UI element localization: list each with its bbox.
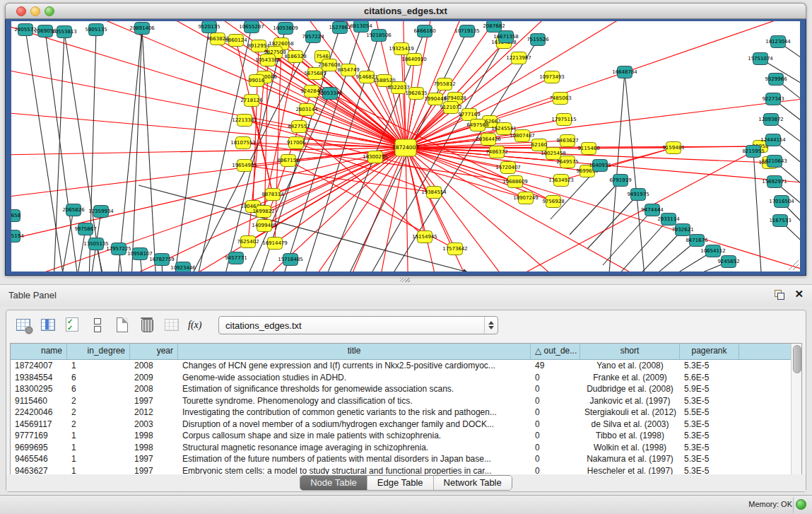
- graph-node[interactable]: 19218506: [366, 30, 392, 42]
- graph-edge[interactable]: [11, 21, 406, 148]
- scrollbar-thumb[interactable]: [793, 345, 801, 373]
- show-columns-icon[interactable]: [40, 317, 58, 334]
- delete-table-icon[interactable]: [139, 317, 157, 334]
- graph-edge[interactable]: [61, 210, 73, 271]
- graph-node[interactable]: 1962635: [405, 88, 427, 100]
- graph-node[interactable]: 10958107: [127, 248, 153, 260]
- graph-node[interactable]: 16914479: [262, 238, 288, 250]
- citation-network-graph[interactable]: 1872400776638229860124891295418226058982…: [11, 21, 800, 271]
- graph-edge[interactable]: [117, 28, 142, 271]
- graph-node[interactable]: 10655287: [239, 21, 264, 33]
- graph-node[interactable]: 2065826: [62, 204, 85, 216]
- select-columns-icon[interactable]: ✓✓: [64, 317, 83, 334]
- splitter-grip-icon[interactable]: [400, 278, 410, 282]
- graph-node[interactable]: 7515526: [526, 34, 549, 46]
- graph-node[interactable]: 8186328: [284, 51, 306, 63]
- graph-node[interactable]: 16782759: [149, 254, 175, 266]
- graph-edge[interactable]: [632, 230, 683, 271]
- graph-edge[interactable]: [11, 21, 406, 148]
- table-selector-dropdown[interactable]: citations_edges.txt: [218, 316, 498, 334]
- graph-node[interactable]: 917006: [287, 137, 306, 149]
- network-canvas[interactable]: 1872400776638229860124891295418226058982…: [11, 21, 800, 271]
- graph-node[interactable]: 9463627: [556, 135, 578, 147]
- graph-node[interactable]: 17975115: [551, 114, 577, 126]
- graph-node[interactable]: 20658: [11, 210, 20, 222]
- graph-node[interactable]: 10553813: [52, 26, 77, 38]
- graph-edge[interactable]: [139, 185, 468, 271]
- graph-node[interactable]: 8471676: [686, 235, 708, 247]
- graph-edge[interactable]: [54, 32, 64, 271]
- graph-edge[interactable]: [11, 21, 406, 148]
- graph-edge[interactable]: [275, 52, 406, 148]
- graph-node[interactable]: 7485063: [549, 93, 571, 105]
- column-header-year[interactable]: year: [130, 344, 178, 359]
- graph-edge[interactable]: [11, 148, 406, 255]
- graph-edge[interactable]: [142, 28, 156, 271]
- graph-node[interactable]: 7932621: [671, 224, 693, 236]
- table-row[interactable]: 1872400712008Changes of HCN gene express…: [11, 360, 801, 372]
- row-height-icon[interactable]: [89, 317, 107, 334]
- graph-node[interactable]: 8454749: [337, 64, 359, 76]
- graph-node[interactable]: 9474444: [641, 204, 664, 216]
- table-row[interactable]: 946554611997Estimation of the future num…: [11, 453, 801, 465]
- column-header-indegree[interactable]: in_degree: [67, 344, 130, 359]
- graph-node[interactable]: 6791919: [609, 175, 631, 187]
- graph-node[interactable]: 2718126: [240, 95, 263, 107]
- graph-node[interactable]: 15692971: [762, 176, 787, 188]
- graph-node[interactable]: 5905135: [85, 24, 107, 36]
- column-header-title[interactable]: title: [178, 344, 531, 359]
- graph-node[interactable]: 18907249: [513, 192, 539, 204]
- float-panel-icon[interactable]: [775, 290, 785, 300]
- graph-edge[interactable]: [406, 59, 414, 148]
- table-row[interactable]: 2242004622012Investigating the contribut…: [11, 407, 801, 419]
- graph-node[interactable]: 9245652: [717, 256, 739, 268]
- graph-node[interactable]: 15751074: [748, 53, 773, 65]
- graph-node[interactable]: 12213967: [506, 52, 531, 64]
- graph-node[interactable]: 10719135: [454, 25, 480, 37]
- graph-edge[interactable]: [587, 194, 638, 249]
- graph-node[interactable]: 10688609: [502, 176, 528, 188]
- graph-node[interactable]: 6466160: [413, 25, 435, 37]
- graph-node[interactable]: 9491975: [627, 189, 649, 201]
- table-row[interactable]: 1938455462009Genome-wide association stu…: [11, 372, 801, 384]
- graph-edge[interactable]: [11, 21, 406, 148]
- graph-edge[interactable]: [608, 72, 625, 271]
- vertical-scrollbar[interactable]: [791, 344, 801, 475]
- graph-node[interactable]: 62160: [531, 139, 547, 151]
- graph-node[interactable]: 9329966: [765, 74, 787, 86]
- graph-node[interactable]: 17016504: [769, 196, 794, 208]
- table-row[interactable]: 1830029562008Estimation of significance …: [11, 383, 801, 395]
- graph-node[interactable]: 13634923: [548, 175, 574, 187]
- graph-node[interactable]: 7857224: [302, 31, 324, 43]
- graph-node[interactable]: 18123044: [765, 36, 791, 48]
- graph-node-hub[interactable]: 18724007: [392, 139, 419, 156]
- table-row[interactable]: 969969511998Structural magnetic resonanc…: [11, 442, 801, 454]
- graph-node[interactable]: 19325419: [389, 43, 414, 55]
- graph-node[interactable]: 1167533: [769, 215, 791, 227]
- graph-node[interactable]: 99016: [249, 75, 265, 87]
- horizontal-splitter[interactable]: [0, 276, 812, 284]
- graph-node[interactable]: 7955812: [433, 78, 455, 90]
- table-row[interactable]: 911546021997Tourette syndrome. Phenomeno…: [11, 395, 801, 407]
- column-header-name[interactable]: name: [11, 344, 67, 359]
- table-row[interactable]: 1456911722003Disruption of a novel membe…: [11, 419, 801, 431]
- tab-node-table[interactable]: Node Table: [300, 476, 367, 490]
- network-window-titlebar[interactable]: citations_edges.txt: [5, 3, 806, 19]
- graph-node[interactable]: 17573642: [442, 243, 468, 255]
- create-table-icon[interactable]: [114, 317, 132, 334]
- graph-node[interactable]: 10807487: [510, 130, 535, 142]
- graph-edge[interactable]: [11, 21, 406, 148]
- graph-edge[interactable]: [753, 151, 762, 271]
- graph-node[interactable]: 2933114: [657, 214, 680, 226]
- graph-node[interactable]: 12093872: [758, 114, 784, 126]
- table-settings-icon[interactable]: [15, 317, 33, 334]
- graph-node[interactable]: 17957225: [106, 243, 131, 255]
- tab-network-table[interactable]: Network Table: [434, 476, 512, 490]
- graph-node[interactable]: 16053809: [273, 23, 298, 35]
- graph-edge[interactable]: [25, 30, 64, 271]
- graph-edge[interactable]: [11, 21, 406, 148]
- graph-node[interactable]: 10923446: [170, 262, 196, 272]
- graph-edge[interactable]: [406, 40, 800, 148]
- column-header-pagerank[interactable]: pagerank: [680, 344, 739, 359]
- graph-node[interactable]: 13505135: [83, 238, 109, 250]
